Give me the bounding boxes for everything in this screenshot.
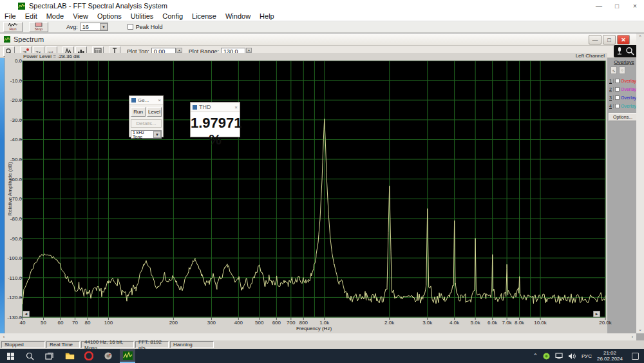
thd-icon — [193, 105, 197, 110]
menu-item-options[interactable]: Options — [93, 12, 126, 20]
run-button[interactable]: Run — [3, 22, 23, 32]
y-tick-label: -100.0 — [6, 255, 22, 261]
x-tick-label: 800 — [292, 320, 315, 326]
x-tick-label: 200 — [162, 320, 185, 326]
menu-item-config[interactable]: Config — [158, 12, 187, 20]
overlay-number[interactable]: 4 — [608, 104, 614, 108]
chevron-down-icon[interactable]: ▼ — [100, 23, 108, 30]
status-panel: FFT: 8192 pts — [135, 341, 169, 348]
menu-bar: FileEditModeViewOptionsUtilitiesConfigLi… — [0, 12, 644, 21]
x-tick-label: 300 — [200, 320, 223, 326]
spectrum-close-icon[interactable]: ✕ — [617, 35, 630, 44]
search-icon[interactable] — [22, 349, 37, 363]
y-tick-label: -20.0 — [6, 97, 22, 103]
menu-item-view[interactable]: View — [68, 12, 93, 20]
y-tick-label: -30.0 — [6, 117, 22, 123]
menu-item-license[interactable]: License — [187, 12, 221, 20]
start-button[interactable] — [3, 349, 18, 363]
menu-item-help[interactable]: Help — [255, 12, 279, 20]
menu-item-window[interactable]: Window — [221, 12, 255, 20]
pan-right-icon[interactable]: ► — [593, 311, 600, 317]
thd-title: THD — [199, 104, 234, 110]
generator-titlebar[interactable]: Ge... × — [129, 96, 163, 104]
app-icon — [18, 3, 25, 10]
close-icon[interactable]: × — [626, 0, 644, 12]
overlay-checkbox[interactable] — [615, 95, 620, 100]
peak-hold-label: Peak Hold — [136, 24, 163, 30]
status-panel: Real Time — [46, 341, 80, 348]
task-view-icon[interactable] — [41, 349, 57, 363]
menu-item-mode[interactable]: Mode — [42, 12, 69, 20]
file-explorer-icon[interactable] — [62, 349, 77, 363]
x-tick-label: 3.0k — [416, 320, 439, 326]
notification-center-icon[interactable] — [632, 353, 639, 360]
scroll-right-icon[interactable]: › — [629, 333, 636, 340]
generator-details-button[interactable]: Details... — [131, 119, 162, 128]
status-bar: StoppedReal Time44100 Hz, 16 bit, MonoFF… — [0, 340, 644, 349]
taskbar-clock[interactable]: 21:02 26.02.2024 — [597, 350, 623, 362]
overlay-checkbox[interactable] — [615, 87, 620, 92]
overlay-row: 1Overlay 1 — [608, 77, 640, 85]
clock-time: 21:02 — [597, 350, 623, 356]
menu-item-utilities[interactable]: Utilities — [126, 12, 158, 20]
spectrum-maximize-icon[interactable]: □ — [603, 35, 616, 44]
language-indicator[interactable]: РУС — [582, 353, 592, 359]
antivirus-icon[interactable] — [543, 353, 550, 360]
vertical-scrollbar[interactable]: ⌃ ⌄ — [636, 34, 644, 333]
overlays-options-button[interactable]: Options... — [609, 113, 637, 121]
run-button-label: Run — [9, 27, 16, 31]
spectrum-titlebar: Spectrum — □ ✕ — [0, 34, 636, 46]
tray-chevron-icon[interactable]: ⌃ — [533, 353, 538, 359]
mic-search-icon[interactable] — [614, 45, 638, 57]
overlay-number[interactable]: 1 — [608, 79, 614, 83]
menu-item-edit[interactable]: Edit — [21, 12, 42, 20]
menu-item-file[interactable]: File — [0, 12, 21, 20]
channel-label: Left Channel — [576, 53, 605, 59]
overlay-number[interactable]: 3 — [608, 95, 614, 100]
maximize-icon[interactable]: □ — [608, 0, 626, 12]
main-titlebar: SpectraLAB - FFT Spectral Analysis Syste… — [0, 0, 644, 12]
thd-close-icon[interactable]: × — [234, 104, 238, 110]
generator-run-button[interactable]: Run — [131, 107, 146, 117]
x-tick-label: 10.0k — [529, 320, 552, 326]
x-tick-label: 20.0k — [594, 320, 617, 326]
overlay-checkbox[interactable] — [615, 104, 620, 108]
opera-browser-icon[interactable] — [81, 349, 97, 363]
generator-signal-dropdown[interactable]: 1 kHz Tone ▼ — [131, 130, 162, 139]
stop-icon — [35, 23, 43, 27]
pan-left-icon[interactable]: ◄ — [23, 311, 30, 317]
plot-area: Power Level = -28.36 dB Left Channel 0.0… — [5, 53, 607, 334]
avg-dropdown[interactable]: 16 ▼ — [80, 23, 108, 31]
minimize-icon[interactable]: — — [590, 0, 608, 12]
overlay-number[interactable]: 2 — [608, 87, 614, 92]
peak-hold-checkbox[interactable] — [128, 24, 133, 30]
overlay-save-icon[interactable]: ∿ — [611, 66, 617, 74]
power-level-readout: Power Level = -28.36 dB — [23, 54, 80, 59]
stop-button[interactable]: Stop — [29, 22, 48, 32]
waveform-icon — [8, 23, 17, 27]
overlay-checkbox[interactable] — [615, 79, 620, 83]
overlay-clear-icon[interactable]: ○ — [619, 66, 625, 74]
scroll-up-icon[interactable]: ⌃ — [636, 34, 644, 41]
x-tick-label: 4.0k — [443, 320, 466, 326]
y-tick-label: -40.0 — [6, 137, 22, 142]
generator-dialog: Ge... × Run Level Details... 1 kHz Tone … — [129, 95, 164, 137]
audio-app-icon[interactable] — [100, 349, 116, 363]
y-tick-label: -120.0 — [6, 295, 22, 300]
spin-up-icon[interactable]: ▲ — [246, 48, 252, 52]
generator-close-icon[interactable]: × — [158, 97, 161, 103]
scroll-down-icon[interactable]: ⌄ — [636, 326, 644, 333]
spectrum-minimize-icon[interactable]: — — [589, 35, 601, 44]
x-tick-label: 2.0k — [378, 320, 401, 326]
spin-up-icon[interactable]: ▲ — [176, 48, 182, 52]
chevron-down-icon[interactable]: ▼ — [153, 131, 161, 138]
status-panel: Hanning — [170, 341, 214, 348]
thd-titlebar[interactable]: THD × — [191, 103, 240, 112]
window-edge-strip — [0, 58, 5, 334]
network-icon[interactable] — [555, 353, 563, 359]
volume-icon[interactable] — [568, 353, 576, 360]
x-tick-label: 40 — [11, 320, 34, 326]
spectralab-taskbar-button[interactable] — [120, 349, 135, 363]
scroll-left-icon[interactable]: ‹ — [0, 333, 8, 340]
generator-level-button[interactable]: Level — [147, 107, 162, 117]
